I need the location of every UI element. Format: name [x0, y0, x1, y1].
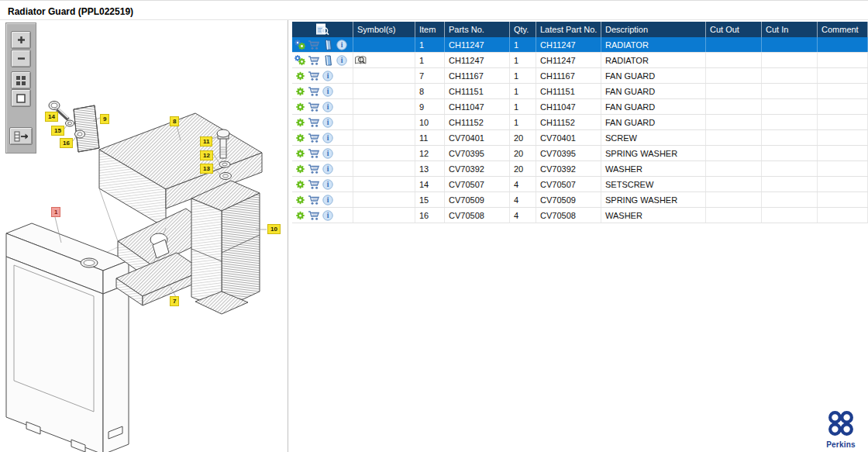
- gear-icon[interactable]: [293, 147, 307, 160]
- cell-cut_in: [762, 84, 818, 98]
- cart-icon[interactable]: [307, 85, 321, 98]
- info-icon[interactable]: i: [321, 209, 335, 222]
- table-row-item-1[interactable]: i1CH112471CH11247RADIATOR: [292, 53, 868, 68]
- cell-actions: i: [292, 177, 353, 191]
- info-icon[interactable]: i: [321, 101, 335, 113]
- info-icon[interactable]: i: [321, 85, 335, 98]
- cell-parts_no: CH11167: [445, 68, 510, 83]
- column-header-actions[interactable]: [292, 22, 353, 37]
- cell-cut_out: [706, 192, 762, 207]
- gear-icon[interactable]: [293, 163, 307, 175]
- gears-add-icon[interactable]: [293, 54, 307, 67]
- single-view-button[interactable]: [11, 89, 31, 107]
- gear-icon[interactable]: [293, 85, 307, 98]
- grid-icon: [14, 74, 28, 87]
- part-label-16[interactable]: 16: [60, 138, 73, 148]
- panel-divider[interactable]: [288, 20, 288, 452]
- table-row-item-13[interactable]: i13CV7039220CV70392WASHER: [292, 161, 868, 177]
- cart-icon[interactable]: [307, 70, 321, 82]
- table-row-item-1[interactable]: i1CH112471CH11247RADIATOR: [292, 37, 868, 53]
- cart-icon[interactable]: [307, 101, 321, 113]
- table-row-item-16[interactable]: i16CV705084CV70508WASHER: [292, 208, 868, 223]
- diagram-toolbar: [5, 22, 36, 154]
- tile-view-button[interactable]: [11, 71, 31, 89]
- column-header-symbols[interactable]: Symbol(s): [353, 22, 415, 37]
- cart-icon[interactable]: [307, 54, 321, 67]
- cart-icon[interactable]: [307, 147, 321, 160]
- cell-symbols: [353, 130, 415, 145]
- info-icon[interactable]: i: [321, 147, 335, 160]
- gear-icon[interactable]: [293, 101, 307, 113]
- column-header-item[interactable]: Item: [415, 22, 445, 37]
- part-label-8[interactable]: 8: [170, 116, 179, 126]
- info-icon[interactable]: i: [321, 116, 335, 129]
- cell-symbols: [353, 115, 415, 129]
- cell-comment: [818, 84, 868, 98]
- column-header-cut_in[interactable]: Cut In: [762, 22, 818, 37]
- info-icon[interactable]: i: [321, 70, 335, 82]
- cart-icon[interactable]: [307, 209, 321, 222]
- info-icon[interactable]: i: [321, 163, 335, 175]
- column-header-latest_part_no[interactable]: Latest Part No.: [536, 22, 601, 37]
- table-row-item-9[interactable]: i9CH110471CH11047FAN GUARD: [292, 99, 868, 115]
- book-icon[interactable]: [321, 54, 335, 67]
- info-icon[interactable]: i: [321, 132, 335, 144]
- info-icon[interactable]: i: [335, 54, 349, 67]
- table-row-item-15[interactable]: i15CV705094CV70509SPRING WASHER: [292, 192, 868, 208]
- cart-icon[interactable]: [307, 163, 321, 175]
- cell-cut_out: [706, 37, 762, 52]
- gear-icon[interactable]: [293, 70, 307, 82]
- table-row-item-12[interactable]: i12CV7039520CV70395SPRING WASHER: [292, 146, 868, 161]
- part-label-11[interactable]: 11: [200, 136, 212, 147]
- info-icon[interactable]: i: [321, 194, 335, 206]
- cell-parts_no: CV70392: [445, 161, 510, 176]
- gear-icon[interactable]: [293, 132, 307, 144]
- part-label-9[interactable]: 9: [100, 114, 109, 124]
- part-label-12[interactable]: 12: [200, 150, 213, 160]
- cart-icon[interactable]: [307, 132, 321, 144]
- part-label-7[interactable]: 7: [170, 296, 179, 306]
- info-icon[interactable]: i: [321, 178, 335, 191]
- table-row-item-7[interactable]: i7CH111671CH11167FAN GUARD: [292, 68, 868, 84]
- part-label-10[interactable]: 10: [267, 224, 281, 234]
- zoom-in-button[interactable]: [11, 31, 31, 49]
- cell-latest_part_no: CV70392: [536, 161, 601, 176]
- table-row-item-8[interactable]: i8CH111511CH11151FAN GUARD: [292, 84, 868, 99]
- gear-icon[interactable]: [293, 209, 307, 222]
- part-label-1[interactable]: 1: [51, 207, 60, 217]
- cell-latest_part_no: CH11151: [536, 84, 601, 98]
- column-header-description[interactable]: Description: [601, 22, 706, 37]
- book-magnifier-icon[interactable]: [354, 54, 368, 67]
- column-header-comment[interactable]: Comment: [818, 22, 868, 37]
- book-icon[interactable]: [321, 39, 335, 51]
- gear-icon[interactable]: [293, 116, 307, 129]
- gears-add-icon[interactable]: [293, 39, 307, 51]
- zoom-out-button[interactable]: [11, 50, 31, 67]
- cell-symbols: [353, 53, 415, 67]
- cell-cut_in: [762, 146, 818, 160]
- table-row-item-11[interactable]: i11CV7040120CV70401SCREW: [292, 130, 868, 146]
- cell-description: FAN GUARD: [601, 84, 706, 98]
- column-header-qty[interactable]: Qty.: [510, 22, 536, 37]
- cart-icon[interactable]: [307, 39, 321, 51]
- part-label-15[interactable]: 15: [51, 126, 64, 136]
- panel-toggle-button[interactable]: [9, 127, 33, 145]
- cart-icon[interactable]: [307, 194, 321, 206]
- cart-icon[interactable]: [307, 178, 321, 191]
- cell-item: 13: [415, 161, 445, 176]
- cell-item: 11: [415, 130, 445, 145]
- info-icon[interactable]: i: [335, 39, 349, 51]
- cell-latest_part_no: CV70508: [536, 208, 601, 223]
- table-row-item-14[interactable]: i14CV705074CV70507SETSCREW: [292, 177, 868, 192]
- gear-icon[interactable]: [293, 178, 307, 191]
- part-label-13[interactable]: 13: [200, 164, 213, 174]
- cart-icon[interactable]: [307, 116, 321, 129]
- column-header-parts_no[interactable]: Parts No.: [445, 22, 510, 37]
- cell-cut_in: [762, 192, 818, 207]
- perkins-logo-icon: [826, 409, 856, 438]
- gear-icon[interactable]: [293, 194, 307, 206]
- column-header-cut_out[interactable]: Cut Out: [706, 22, 762, 37]
- part-label-14[interactable]: 14: [45, 112, 58, 122]
- table-row-item-10[interactable]: i10CH111521CH11152FAN GUARD: [292, 115, 868, 130]
- cell-cut_out: [706, 146, 762, 160]
